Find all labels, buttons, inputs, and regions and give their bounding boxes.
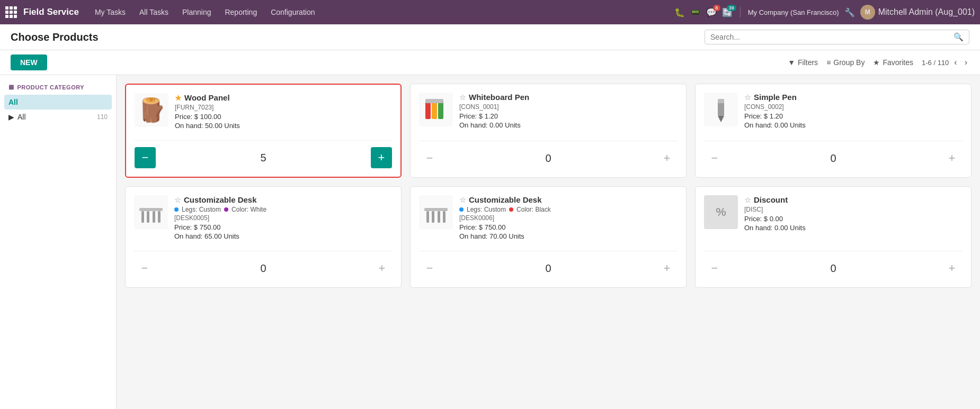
product-card-desk-black[interactable]: ☆ Customizable Desk Legs: Custom Color: … (410, 186, 687, 288)
product-name-desk-black: ☆ Customizable Desk (459, 195, 678, 204)
sidebar-item-all-active[interactable]: All (4, 95, 112, 110)
nav-configuration[interactable]: Configuration (264, 5, 321, 20)
decrement-button-wood-panel[interactable]: − (135, 147, 156, 168)
topnav-menu: My Tasks All Tasks Planning Reporting Co… (88, 5, 670, 20)
increment-button-wood-panel[interactable]: + (371, 147, 392, 168)
sidebar-arrow-icon: ▶ (8, 113, 14, 121)
product-name-simple-pen: ☆ Simple Pen (744, 93, 963, 102)
product-info-desk-black: ☆ Customizable Desk Legs: Custom Color: … (459, 195, 678, 240)
new-button[interactable]: NEW (11, 54, 47, 70)
topnav-right: 🐛 📟 💬 8 🔄 39 My Company (San Francisco) … (674, 5, 975, 20)
qty-value-wb: 0 (545, 152, 551, 165)
updates-icon[interactable]: 🔄 39 (722, 7, 733, 17)
qty-controls-sp: − 0 + (704, 141, 963, 169)
product-card-whiteboard-pen[interactable]: ☆ Whiteboard Pen [CONS_0001] Price: $ 1.… (410, 84, 687, 178)
increment-button-db[interactable]: + (656, 258, 678, 279)
decrement-button-sp[interactable]: − (704, 148, 725, 169)
product-price-sp: Price: $ 1.20 (744, 112, 963, 120)
qty-value-wood-panel: 5 (260, 152, 266, 164)
svg-rect-11 (153, 211, 155, 223)
nav-all-tasks[interactable]: All Tasks (133, 5, 175, 20)
star-filled-icon[interactable]: ★ (175, 94, 182, 102)
product-info-desk-white: ☆ Customizable Desk Legs: Custom Color: … (174, 195, 393, 240)
sidebar-item-label-all2: All (17, 113, 26, 121)
product-card-simple-pen[interactable]: ☆ Simple Pen [CONS_0002] Price: $ 1.20 O… (695, 84, 972, 178)
page-title: Choose Products (11, 31, 698, 43)
product-card-top: 🪵 ★ Wood Panel [FURN_7023] Price: $ 100.… (135, 93, 392, 130)
updates-badge: 39 (727, 5, 736, 11)
product-image-desk-white (134, 195, 168, 229)
product-price-wb: Price: $ 1.20 (459, 112, 678, 120)
svg-rect-10 (147, 211, 149, 223)
filters-button[interactable]: ▼ Filters (788, 58, 818, 67)
sidebar-item-label-all: All (8, 98, 18, 106)
decrement-button-db[interactable]: − (419, 258, 440, 279)
product-sku-disc: [DISC] (744, 206, 963, 213)
app-logo[interactable]: Field Service (5, 6, 79, 18)
user-menu[interactable]: M Mitchell Admin (Aug_001) (860, 5, 975, 20)
product-card-discount[interactable]: % ☆ Discount [DISC] Price: $ 0.00 On han… (695, 186, 972, 288)
product-card-top-db: ☆ Customizable Desk Legs: Custom Color: … (419, 195, 678, 240)
increment-button-sp[interactable]: + (941, 148, 963, 169)
increment-button-disc[interactable]: + (941, 258, 963, 279)
product-onhand-dw: On hand: 65.00 Units (174, 232, 393, 240)
svg-rect-9 (158, 211, 161, 223)
qty-value-db: 0 (545, 262, 551, 275)
product-image-discount: % (704, 195, 738, 229)
nav-my-tasks[interactable]: My Tasks (88, 5, 132, 20)
user-name: Mitchell Admin (Aug_001) (878, 7, 975, 17)
product-info-whiteboard-pen: ☆ Whiteboard Pen [CONS_0001] Price: $ 1.… (459, 93, 678, 129)
star-empty-icon-db[interactable]: ☆ (459, 196, 466, 204)
app-name: Field Service (23, 7, 79, 17)
next-page-arrow[interactable]: › (963, 57, 969, 68)
chat-icon[interactable]: 💬 8 (706, 7, 717, 17)
decrement-button-disc[interactable]: − (704, 258, 725, 279)
product-price-dw: Price: $ 750.00 (174, 223, 393, 231)
bug-icon[interactable]: 🐛 (674, 7, 685, 17)
decrement-button-wb[interactable]: − (419, 148, 440, 169)
favorites-label: Favorites (883, 58, 913, 67)
settings-icon[interactable]: 🔧 (844, 7, 855, 17)
product-price-wood-panel: Price: $ 100.00 (175, 113, 392, 121)
search-input[interactable] (710, 33, 954, 41)
product-name-desk-white: ☆ Customizable Desk (174, 195, 393, 204)
product-card-top-wb: ☆ Whiteboard Pen [CONS_0001] Price: $ 1.… (419, 93, 678, 130)
prev-page-arrow[interactable]: ‹ (952, 57, 959, 68)
toolbar: NEW ▼ Filters ≡ Group By ★ Favorites 1-6… (0, 50, 980, 75)
product-sku-sp: [CONS_0002] (744, 103, 963, 111)
phone-icon[interactable]: 📟 (690, 7, 701, 17)
product-sku-wood-panel: [FURN_7023] (175, 104, 392, 111)
star-empty-icon-wb[interactable]: ☆ (459, 93, 466, 102)
product-image-whiteboard-pen (419, 93, 453, 126)
star-empty-icon-dw[interactable]: ☆ (174, 196, 181, 204)
product-price-disc: Price: $ 0.00 (744, 215, 963, 223)
increment-button-dw[interactable]: + (371, 258, 393, 279)
nav-reporting[interactable]: Reporting (218, 5, 263, 20)
product-card-top-disc: % ☆ Discount [DISC] Price: $ 0.00 On han… (704, 195, 963, 240)
topnav: Field Service My Tasks All Tasks Plannin… (0, 0, 980, 24)
product-image-desk-black (419, 195, 453, 229)
sidebar-item-count: 110 (97, 113, 108, 121)
chat-badge: 8 (713, 5, 720, 11)
search-bar[interactable]: 🔍 (705, 30, 969, 44)
groupby-button[interactable]: ≡ Group By (826, 58, 865, 67)
dot-red-icon-db (509, 207, 513, 212)
product-name-wood-panel: ★ Wood Panel (175, 93, 392, 102)
toolbar-right: ▼ Filters ≡ Group By ★ Favorites 1-6 / 1… (788, 57, 969, 68)
increment-button-wb[interactable]: + (656, 148, 678, 169)
company-name[interactable]: My Company (San Francisco) (748, 8, 839, 16)
filter-icon: ▼ (788, 58, 795, 67)
decrement-button-dw[interactable]: − (134, 258, 155, 279)
product-info-simple-pen: ☆ Simple Pen [CONS_0002] Price: $ 1.20 O… (744, 93, 963, 129)
qty-controls-wb: − 0 + (419, 141, 678, 169)
product-onhand-wood-panel: On hand: 50.00 Units (175, 122, 392, 130)
favorites-button[interactable]: ★ Favorites (873, 58, 913, 67)
product-image-wood-panel: 🪵 (135, 93, 168, 127)
nav-planning[interactable]: Planning (176, 5, 218, 20)
product-card-desk-white[interactable]: ☆ Customizable Desk Legs: Custom Color: … (125, 186, 402, 288)
grid-icon (5, 6, 17, 18)
product-card-wood-panel[interactable]: 🪵 ★ Wood Panel [FURN_7023] Price: $ 100.… (125, 84, 402, 178)
star-empty-icon-sp[interactable]: ☆ (744, 93, 751, 102)
star-empty-icon-disc[interactable]: ☆ (744, 196, 751, 204)
sidebar-item-all[interactable]: ▶ All 110 (0, 110, 116, 124)
